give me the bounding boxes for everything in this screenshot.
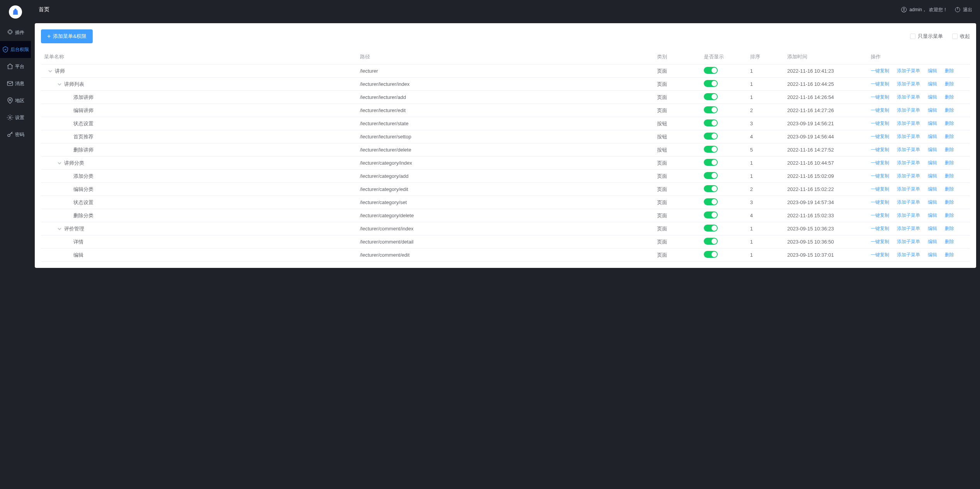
op-delete[interactable]: 删除 [945,81,954,87]
show-toggle[interactable] [704,93,718,100]
op-delete[interactable]: 删除 [945,186,954,193]
show-toggle[interactable] [704,119,718,126]
op-add-sub[interactable]: 添加子菜单 [897,225,920,232]
op-edit[interactable]: 编辑 [928,133,937,140]
row-path: /lecturer/lecturer/state [357,117,654,130]
op-edit[interactable]: 编辑 [928,107,937,114]
chevron-down-icon[interactable] [48,69,53,73]
collapse-checkbox[interactable]: 收起 [952,33,970,40]
op-delete[interactable]: 删除 [945,252,954,258]
op-delete[interactable]: 删除 [945,212,954,219]
show-toggle[interactable] [704,251,718,258]
page-title: 首页 [39,6,49,13]
show-toggle[interactable] [704,133,718,140]
logout-button[interactable]: 退出 [955,7,972,13]
op-copy[interactable]: 一键复制 [871,239,889,245]
show-toggle[interactable] [704,172,718,179]
row-type: 页面 [654,209,700,222]
op-edit[interactable]: 编辑 [928,212,937,219]
only-menu-checkbox[interactable]: 只显示菜单 [910,33,943,40]
op-edit[interactable]: 编辑 [928,186,937,193]
op-copy[interactable]: 一键复制 [871,225,889,232]
op-copy[interactable]: 一键复制 [871,94,889,101]
op-copy[interactable]: 一键复制 [871,160,889,166]
op-delete[interactable]: 删除 [945,68,954,74]
row-sort: 1 [747,78,784,91]
sidebar-item-message[interactable]: 消息 [0,75,31,92]
row-name: 讲师分类 [64,160,84,167]
show-toggle[interactable] [704,198,718,205]
op-add-sub[interactable]: 添加子菜单 [897,252,920,258]
op-delete[interactable]: 删除 [945,173,954,179]
op-add-sub[interactable]: 添加子菜单 [897,81,920,87]
sidebar-item-password[interactable]: 密码 [0,126,31,143]
show-toggle[interactable] [704,159,718,166]
sidebar-item-auth[interactable]: 后台权限 [0,41,31,58]
op-add-sub[interactable]: 添加子菜单 [897,120,920,127]
op-delete[interactable]: 删除 [945,94,954,101]
op-edit[interactable]: 编辑 [928,120,937,127]
op-add-sub[interactable]: 添加子菜单 [897,212,920,219]
th-op: 操作 [868,49,970,65]
op-add-sub[interactable]: 添加子菜单 [897,94,920,101]
op-add-sub[interactable]: 添加子菜单 [897,199,920,206]
op-add-sub[interactable]: 添加子菜单 [897,186,920,193]
op-add-sub[interactable]: 添加子菜单 [897,239,920,245]
show-toggle[interactable] [704,67,718,74]
op-edit[interactable]: 编辑 [928,68,937,74]
op-copy[interactable]: 一键复制 [871,68,889,74]
op-copy[interactable]: 一键复制 [871,173,889,179]
op-delete[interactable]: 删除 [945,120,954,127]
op-add-sub[interactable]: 添加子菜单 [897,133,920,140]
op-copy[interactable]: 一键复制 [871,120,889,127]
sidebar-item-platform[interactable]: 平台 [0,58,31,75]
add-menu-button[interactable]: + 添加菜单&权限 [41,29,93,43]
op-copy[interactable]: 一键复制 [871,147,889,153]
op-copy[interactable]: 一键复制 [871,199,889,206]
op-copy[interactable]: 一键复制 [871,133,889,140]
show-toggle[interactable] [704,185,718,192]
show-toggle[interactable] [704,225,718,232]
show-toggle[interactable] [704,106,718,113]
op-add-sub[interactable]: 添加子菜单 [897,147,920,153]
op-copy[interactable]: 一键复制 [871,81,889,87]
sidebar-item-plugin[interactable]: 插件 [0,24,31,41]
op-copy[interactable]: 一键复制 [871,107,889,114]
op-edit[interactable]: 编辑 [928,199,937,206]
op-delete[interactable]: 删除 [945,107,954,114]
show-toggle[interactable] [704,80,718,87]
chevron-down-icon[interactable] [57,227,62,231]
op-copy[interactable]: 一键复制 [871,252,889,258]
op-edit[interactable]: 编辑 [928,147,937,153]
row-name: 状态设置 [73,199,93,206]
sidebar-item-region[interactable]: 地区 [0,92,31,109]
op-copy[interactable]: 一键复制 [871,212,889,219]
chevron-down-icon[interactable] [57,161,62,165]
op-add-sub[interactable]: 添加子菜单 [897,160,920,166]
op-edit[interactable]: 编辑 [928,252,937,258]
op-delete[interactable]: 删除 [945,225,954,232]
show-toggle[interactable] [704,146,718,153]
op-add-sub[interactable]: 添加子菜单 [897,107,920,114]
op-delete[interactable]: 删除 [945,160,954,166]
op-edit[interactable]: 编辑 [928,81,937,87]
op-add-sub[interactable]: 添加子菜单 [897,68,920,74]
chevron-down-icon[interactable] [57,82,62,87]
op-delete[interactable]: 删除 [945,133,954,140]
sidebar-item-settings[interactable]: 设置 [0,109,31,126]
op-edit[interactable]: 编辑 [928,225,937,232]
user-menu[interactable]: admin， 欢迎您！ [901,7,948,13]
op-edit[interactable]: 编辑 [928,239,937,245]
op-add-sub[interactable]: 添加子菜单 [897,173,920,179]
table-row: 编辑讲师/lecturer/lecturer/edit页面22022-11-16… [41,104,970,117]
checkbox-box-icon [952,34,958,39]
op-edit[interactable]: 编辑 [928,173,937,179]
op-delete[interactable]: 删除 [945,199,954,206]
op-edit[interactable]: 编辑 [928,94,937,101]
op-delete[interactable]: 删除 [945,239,954,245]
op-copy[interactable]: 一键复制 [871,186,889,193]
show-toggle[interactable] [704,211,718,218]
show-toggle[interactable] [704,238,718,245]
op-delete[interactable]: 删除 [945,147,954,153]
op-edit[interactable]: 编辑 [928,160,937,166]
